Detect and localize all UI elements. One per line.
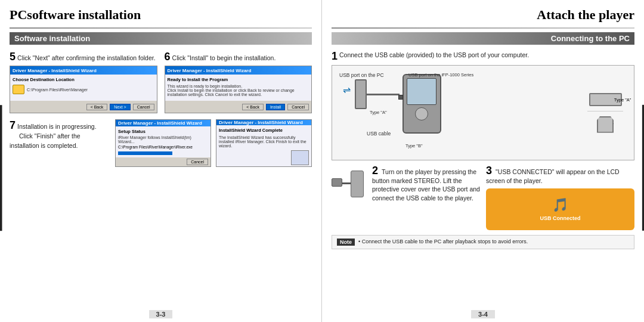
step6-titlebar: Driver Manager - InstallShield Wizard (165, 66, 312, 75)
usb-connected-icon: 🎵 (552, 197, 568, 213)
step5-col: 5 Click "Next" after confirming the inst… (10, 51, 157, 113)
step7-subtext: Click "Finish" after the installation is… (10, 132, 80, 149)
step2-3-row: 2 Turn on the player by pressing the but… (332, 165, 634, 230)
type-a-right-label: Type "A" (614, 97, 631, 102)
step3-num: 3 (486, 165, 492, 177)
step6-install-btn[interactable]: Install (266, 104, 285, 110)
step7-title4: Driver Manager - InstallShield Wizard (219, 120, 303, 125)
type-b-label: Type "B" (405, 143, 423, 148)
step6-text: Click "Install" to begin the installatio… (172, 54, 276, 61)
folder-text: C:\Program Files\iRiver\Manager (27, 88, 88, 92)
step2-device-row: 2 Turn on the player by pressing the but… (332, 165, 480, 203)
step7-screenshot4: Driver Manager - InstallShield Wizard In… (216, 119, 312, 167)
step5-next-btn[interactable]: Next > (110, 104, 130, 110)
type-b-connector-group: Type "B" (597, 116, 614, 133)
note-text: • Connect the USB cable to the PC after … (358, 239, 528, 244)
usb-cable-label: USB cable (367, 131, 391, 137)
step1-row: 1 Connect the USB cable (provided) to th… (332, 51, 634, 61)
step7-complete-text: The InstallShield Wizard has successfull… (219, 135, 309, 148)
step2-col: 2 Turn on the player by pressing the but… (332, 165, 480, 230)
step5-footer: < Back Next > Cancel (10, 101, 157, 113)
step2-text-block: 2 Turn on the player by pressing the but… (372, 165, 480, 203)
step7-footer3: Cancel (116, 157, 210, 166)
usb-symbol: ⇌ (343, 84, 351, 95)
step6-screenshot: Driver Manager - InstallShield Wizard Re… (165, 66, 312, 113)
left-sidebar-label: PC software installation (0, 105, 2, 231)
cable-connector (332, 178, 342, 187)
step7-finish-area (219, 150, 309, 165)
usb-connected-label: USB Connected (540, 215, 580, 221)
step6-title-text: Driver Manager - InstallShield Wizard (168, 68, 252, 73)
step5-text: Click "Next" after confirming the instal… (17, 54, 156, 61)
step6-footer: < Back Install Cancel (165, 101, 312, 113)
step7-inner4: InstallShield Wizard Complete (219, 128, 309, 133)
type-a-connector-group: Type "A" (589, 93, 622, 106)
device-usb-port (398, 95, 403, 100)
step7-icon-placeholder (291, 150, 309, 165)
step5-text-block: 5 Click "Next" after confirming the inst… (10, 51, 157, 63)
step2-num: 2 (372, 165, 378, 177)
step6-col: 6 Click "Install" to begin the installat… (165, 51, 312, 113)
left-page-number: 3-3 (149, 310, 173, 318)
step6-cancel-btn[interactable]: Cancel (287, 104, 309, 110)
note-label: Note (337, 239, 355, 246)
usb-connected-box: 🎵 USB Connected (486, 188, 634, 230)
step7-progress-text: iRiver Manager follows InstallShield(tm)… (118, 135, 208, 144)
step7-num: 7 (10, 119, 16, 131)
player-wheel-shape (415, 107, 428, 120)
pc-box (355, 79, 367, 109)
step7-row: 7 Installation is in progressing. Click … (10, 119, 312, 167)
step6-body: Ready to Install the Program This wizard… (165, 75, 312, 101)
step1-num: 1 (332, 51, 338, 61)
right-panel: PC software installation Attach the play… (322, 0, 644, 322)
small-player (351, 171, 364, 197)
step2-cable-drawing (332, 168, 367, 200)
step5-titlebar: Driver Manager - InstallShield Wizard (10, 66, 157, 75)
step3-text-block: 3 "USB CONNECTED" will appear on the LCD… (486, 165, 634, 185)
step7-titlebar4: Driver Manager - InstallShield Wizard (216, 120, 311, 125)
step5-cancel-btn[interactable]: Cancel (133, 104, 154, 110)
left-divider (10, 27, 312, 29)
connector-divider (587, 111, 623, 112)
step7-screenshots: Driver Manager - InstallShield Wizard Se… (115, 119, 312, 167)
step5-screenshot: Driver Manager - InstallShield Wizard Ch… (10, 66, 157, 113)
step5-title-text: Driver Manager - InstallShield Wizard (13, 68, 97, 73)
step5-body: Choose Destination Location C:\Program F… (10, 75, 157, 101)
step7-inner3: Setup Status (118, 129, 208, 134)
step7-text: Installation is in progressing. (17, 123, 97, 130)
player-device-diagram (400, 74, 444, 145)
step1-content: Connect the USB cable (provided) to the … (339, 51, 634, 60)
step6-text-block: 6 Click "Install" to begin the installat… (165, 51, 312, 63)
left-page-title: PCsoftware installation (10, 7, 312, 23)
step3-col: 3 "USB CONNECTED" will appear on the LCD… (486, 165, 634, 230)
right-page-title: Attach the player (332, 7, 634, 23)
step7-screenshot3: Driver Manager - InstallShield Wizard Se… (115, 119, 211, 167)
step7-body3: Setup Status iRiver Manager follows Inst… (116, 126, 210, 157)
ifp-port-label: USB port on the iFP-1000 Series (408, 72, 473, 78)
step5-num: 5 (10, 51, 16, 63)
type-a-bottom-label: Type "A" (370, 110, 387, 115)
usb-port-pc-label: USB port on the PC (339, 72, 384, 78)
step2-text: Turn on the player by pressing the butto… (372, 168, 480, 202)
left-panel: PC software installation PCsoftware inst… (0, 0, 322, 322)
step5-6-row: 5 Click "Next" after confirming the inst… (10, 51, 312, 113)
right-sidebar-label: PC software installation (642, 105, 645, 231)
progress-bar (118, 151, 172, 155)
step3-text: "USB CONNECTED" will appear on the LCD s… (486, 168, 620, 184)
step7-text-col: 7 Installation is in progressing. Click … (10, 119, 108, 167)
type-a-connector-shape: Type "A" (589, 93, 622, 106)
usb-connector-shapes: Type "A" Type "B" (587, 93, 629, 133)
usb-diagram-left: USB port on the PC ⇌ USB cable Type "A" … (337, 71, 474, 154)
usb-cable-line (367, 94, 400, 95)
usb-diagram: USB port on the PC ⇌ USB cable Type "A" … (332, 65, 634, 160)
step7-cancel-btn3[interactable]: Cancel (187, 159, 208, 165)
step7-titlebar3: Driver Manager - InstallShield Wizard (116, 120, 210, 126)
step6-back-btn[interactable]: < Back (242, 104, 264, 110)
step6-inner-title: Ready to Install the Program (168, 77, 309, 82)
step6-num: 6 (165, 51, 171, 63)
step7-file-text: C:\Program Files\iRiver\Manager\iRiver.e… (118, 145, 208, 149)
step1-text: Connect the USB cable (provided) to the … (339, 51, 529, 58)
software-installation-header: Software installation (10, 32, 312, 45)
step7-title3: Driver Manager - InstallShield Wizard (118, 120, 202, 126)
step5-back-btn[interactable]: < Back (86, 104, 108, 110)
